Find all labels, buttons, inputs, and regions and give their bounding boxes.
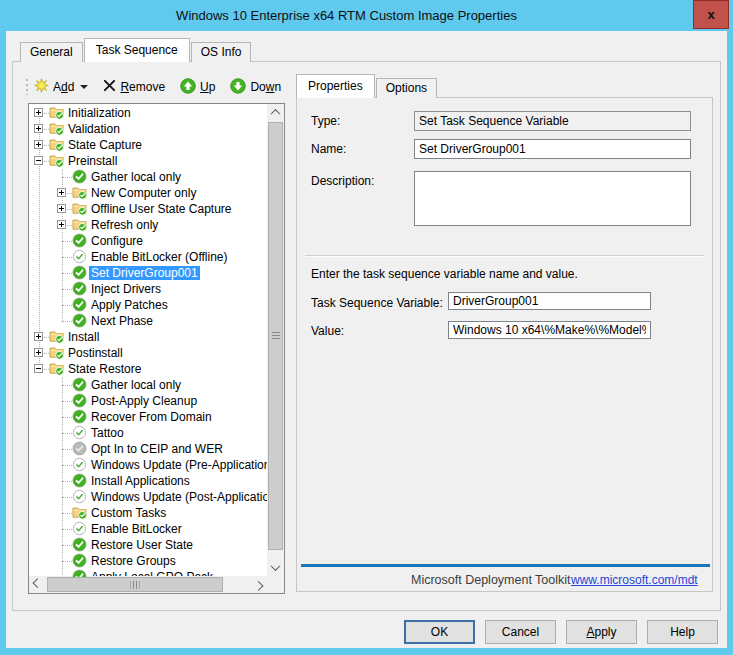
tree-vertical-scrollbar[interactable] <box>267 104 284 576</box>
tree-item[interactable]: Offline User State Capture <box>29 201 267 217</box>
tree-item[interactable]: Inject Drivers <box>29 281 267 297</box>
tree-item[interactable]: Restore Groups <box>29 553 267 569</box>
tree-item[interactable]: Post-Apply Cleanup <box>29 393 267 409</box>
tree-item[interactable]: Windows Update (Post-Application Ins <box>29 489 267 505</box>
tree-item[interactable]: Install <box>29 329 267 345</box>
tab-general[interactable]: General <box>20 42 83 62</box>
collapse-icon[interactable] <box>34 156 43 165</box>
tree-item[interactable]: Refresh only <box>29 217 267 233</box>
step-green-icon <box>72 281 87 296</box>
dialog-buttons: OKCancelApplyHelp <box>404 620 718 644</box>
tree-item[interactable]: Gather local only <box>29 169 267 185</box>
expand-icon[interactable] <box>34 124 43 133</box>
tree-item[interactable]: Opt In to CEIP and WER <box>29 441 267 457</box>
tree-connector <box>62 465 72 466</box>
tree-item[interactable]: New Computer only <box>29 185 267 201</box>
tree-item[interactable]: Postinstall <box>29 345 267 361</box>
down-label: Down <box>250 80 281 94</box>
tree-item[interactable]: Initialization <box>29 105 267 121</box>
scroll-right-button[interactable] <box>250 576 267 593</box>
up-button[interactable]: Up <box>180 78 215 97</box>
tree-item[interactable]: Install Applications <box>29 473 267 489</box>
up-label: Up <box>200 80 215 94</box>
step-green-icon <box>72 313 87 328</box>
folder-icon <box>72 217 87 232</box>
tree-item[interactable]: Gather local only <box>29 377 267 393</box>
step-light-icon <box>72 425 87 440</box>
tree-item-label: Windows Update (Post-Application Ins <box>89 490 267 504</box>
tree-item[interactable]: State Capture <box>29 137 267 153</box>
tree-item-label: Windows Update (Pre-Application Inst <box>89 458 267 472</box>
tree-item[interactable]: Custom Tasks <box>29 505 267 521</box>
expand-icon[interactable] <box>34 332 43 341</box>
tree-item[interactable]: Validation <box>29 121 267 137</box>
vertical-scroll-thumb[interactable] <box>268 122 283 550</box>
tree-connector <box>62 177 72 178</box>
tab-options[interactable]: Options <box>376 78 437 98</box>
tree-item[interactable]: Apply Patches <box>29 297 267 313</box>
value-field[interactable] <box>448 321 651 339</box>
tree-connector <box>62 417 72 418</box>
step-green-icon <box>72 537 87 552</box>
step-green-icon <box>72 473 87 488</box>
expand-icon[interactable] <box>34 348 43 357</box>
name-field[interactable] <box>414 139 691 159</box>
type-label: Type: <box>311 114 340 128</box>
description-field[interactable] <box>414 171 691 226</box>
expand-icon[interactable] <box>57 204 66 213</box>
tab-os-info[interactable]: OS Info <box>191 42 252 62</box>
mdt-link[interactable]: www.microsoft.com/mdt <box>571 573 698 587</box>
down-button[interactable]: Down <box>230 78 281 97</box>
tree-item[interactable]: Next Phase <box>29 313 267 329</box>
task-sequence-tree: InitializationValidationState CapturePre… <box>28 103 285 594</box>
tree-item[interactable]: Preinstall <box>29 153 267 169</box>
expand-icon[interactable] <box>34 140 43 149</box>
add-button[interactable]: Add <box>34 78 88 96</box>
expand-icon[interactable] <box>34 108 43 117</box>
step-green-icon <box>72 233 87 248</box>
tree-item[interactable]: Set DriverGroup001 <box>29 265 267 281</box>
tree-item[interactable]: Windows Update (Pre-Application Inst <box>29 457 267 473</box>
folder-icon <box>49 345 64 360</box>
tree-item[interactable]: Recover From Domain <box>29 409 267 425</box>
scroll-up-button[interactable] <box>267 104 284 121</box>
apply-button[interactable]: Apply <box>566 620 637 644</box>
tree-connector <box>62 497 72 498</box>
tree-item-label: Offline User State Capture <box>89 202 234 216</box>
tab-properties[interactable]: Properties <box>296 74 375 98</box>
tree-item[interactable]: Enable BitLocker <box>29 521 267 537</box>
tree-connector <box>62 529 72 530</box>
collapse-icon[interactable] <box>34 364 43 373</box>
tree-item[interactable]: State Restore <box>29 361 267 377</box>
horizontal-scroll-thumb[interactable] <box>47 577 223 592</box>
window-title: Windows 10 Enterprise x64 RTM Custom Ima… <box>0 0 693 31</box>
tree-item[interactable]: Configure <box>29 233 267 249</box>
help-button[interactable]: Help <box>647 620 718 644</box>
tree-item[interactable]: Tattoo <box>29 425 267 441</box>
tree-item[interactable]: Restore User State <box>29 537 267 553</box>
up-circle-icon <box>180 78 196 97</box>
folder-icon <box>49 329 64 344</box>
remove-button[interactable]: Remove <box>103 79 165 95</box>
tree-item[interactable]: Enable BitLocker (Offline) <box>29 249 267 265</box>
step-light-icon <box>72 457 87 472</box>
close-button[interactable]: x <box>693 0 729 29</box>
variable-field[interactable] <box>448 292 651 310</box>
dropdown-caret-icon[interactable] <box>80 85 88 89</box>
expand-icon[interactable] <box>57 220 66 229</box>
mdt-brand: Microsoft Deployment Toolkit <box>411 573 571 587</box>
tree-item-label: Postinstall <box>66 346 125 360</box>
tab-task-sequence[interactable]: Task Sequence <box>84 38 190 62</box>
scrollbar-corner <box>267 576 284 593</box>
scroll-down-button[interactable] <box>267 559 284 576</box>
mdt-divider <box>301 564 710 567</box>
toolbar-grip <box>26 79 28 95</box>
step-light-icon <box>72 249 87 264</box>
tree-horizontal-scrollbar[interactable] <box>29 576 267 593</box>
ok-button[interactable]: OK <box>404 620 475 644</box>
tree-item-label: Gather local only <box>89 170 183 184</box>
scroll-left-button[interactable] <box>29 576 46 593</box>
expand-icon[interactable] <box>57 188 66 197</box>
tree-connector <box>62 561 72 562</box>
cancel-button[interactable]: Cancel <box>485 620 556 644</box>
